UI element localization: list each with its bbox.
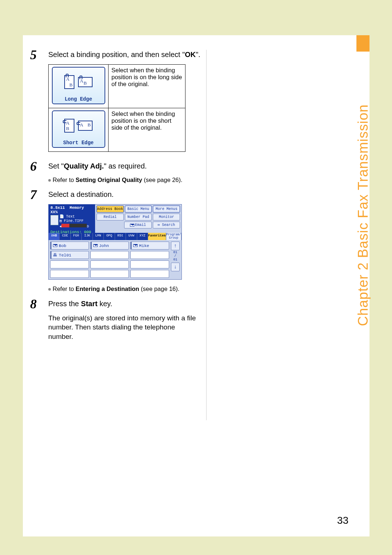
step-number: 6 xyxy=(30,160,48,173)
destination-entry-empty[interactable] xyxy=(90,260,129,268)
lcd-status-pane: 8.5x11 Memory XX% 📄 Text ▤ Fine.TIFF ◄D … xyxy=(49,204,95,233)
fax-icon: 🖷 xyxy=(53,253,57,258)
short-edge-icon: AB AB xyxy=(53,115,105,137)
fax-lcd-screenshot: 8.5x11 Memory XX% 📄 Text ▤ Fine.TIFF ◄D … xyxy=(48,204,182,280)
step-6-text: Set "Quality Adj." as required. xyxy=(48,160,201,171)
step-number: 5 xyxy=(30,48,48,61)
binding-option-table: AB AB Long Edge Select when the binding … xyxy=(48,64,185,152)
step-8-description: The original(s) are stored into memory w… xyxy=(48,313,201,341)
chapter-side-label: Chapter 2 Basic Fax Transmission xyxy=(355,55,371,375)
program-group-tab[interactable]: Program/ Group xyxy=(166,233,181,240)
step-5-text: Select a binding position, and then sele… xyxy=(48,48,201,60)
chapter-tab-stub xyxy=(356,35,369,52)
destination-entry-empty[interactable] xyxy=(90,270,129,278)
redial-button[interactable]: Redial xyxy=(97,214,124,220)
alpha-tab[interactable]: XYZ xyxy=(137,233,148,240)
destination-entry-empty[interactable] xyxy=(50,260,89,268)
tab-address-book[interactable]: Address Book xyxy=(97,206,124,212)
scroll-down-button[interactable]: ↓ xyxy=(171,263,180,271)
step-6: 6 Set "Quality Adj." as required. xyxy=(30,160,201,173)
search-icon: ∞ xyxy=(158,223,160,227)
long-edge-label: Long Edge xyxy=(53,96,105,102)
alpha-tab[interactable]: LMN xyxy=(93,233,104,240)
step-6-note: Refer to Setting Original Quality (see p… xyxy=(48,176,201,184)
chapter-side-label-text: Chapter 2 Basic Fax Transmission xyxy=(355,104,371,326)
destination-entry[interactable]: Mike xyxy=(130,242,169,250)
destinations-count: Destinations: 000 xyxy=(50,230,93,234)
monitor-button[interactable]: Monitor xyxy=(153,214,180,220)
long-edge-button[interactable]: AB AB Long Edge xyxy=(52,67,105,104)
long-edge-icon: AB AB xyxy=(53,71,105,93)
step-7-note: Refer to Entering a Destination (see pag… xyxy=(48,285,201,293)
destination-entry-empty[interactable] xyxy=(50,270,89,278)
destination-entry[interactable]: Bob xyxy=(50,242,89,250)
column-divider xyxy=(206,50,207,420)
destination-entry-empty[interactable] xyxy=(130,270,169,278)
step-number: 8 xyxy=(30,297,48,311)
search-button[interactable]: ∞ Search xyxy=(153,222,180,228)
document-icon xyxy=(50,215,58,225)
step-7: 7 Select a destination. xyxy=(30,188,201,201)
arrow-down-icon: ↓ xyxy=(174,264,177,270)
destination-entry-empty[interactable] xyxy=(90,251,129,259)
long-edge-description: Select when the binding position is on t… xyxy=(109,65,185,108)
step-number: 7 xyxy=(30,188,48,201)
step-8-text: Press the Start key. xyxy=(48,297,201,309)
arrow-up-icon: ↑ xyxy=(174,243,177,249)
destination-entry[interactable]: 🖷Tel01 xyxy=(50,251,89,259)
mail-icon xyxy=(93,244,98,247)
content-column: 5 Select a binding position, and then se… xyxy=(30,48,201,341)
manual-page: Chapter 2 Basic Fax Transmission 5 Selec… xyxy=(23,35,369,536)
email-button[interactable]: Email xyxy=(124,222,151,228)
alpha-tab[interactable]: RSt xyxy=(115,233,126,240)
short-edge-label: Short Edge xyxy=(53,140,105,146)
memory-gauge-icon xyxy=(61,224,87,227)
bullet-icon xyxy=(48,179,51,182)
short-edge-description: Select when the binding position is on t… xyxy=(109,108,185,152)
mail-icon xyxy=(53,244,57,247)
step-7-text: Select a destination. xyxy=(48,188,201,199)
page-number: 33 xyxy=(337,515,348,526)
scroll-up-button[interactable]: ↑ xyxy=(171,242,180,250)
bullet-icon xyxy=(48,288,51,291)
short-edge-button[interactable]: AB AB Short Edge xyxy=(52,110,105,148)
favorites-tab[interactable]: Favorites xyxy=(148,233,166,240)
alpha-tab[interactable]: OPQ xyxy=(104,233,115,240)
destination-entry-empty[interactable] xyxy=(130,260,169,268)
mail-icon xyxy=(130,224,134,227)
scroll-position: 01 / 01 xyxy=(173,251,177,262)
alpha-tab[interactable]: UVW xyxy=(126,233,137,240)
destination-entry-empty[interactable] xyxy=(130,251,169,259)
step-5: 5 Select a binding position, and then se… xyxy=(30,48,201,61)
mail-icon xyxy=(133,244,138,247)
step-8: 8 Press the Start key. xyxy=(30,297,201,311)
destination-entry[interactable]: John xyxy=(90,242,129,250)
tab-basic-menu[interactable]: Basic Menu xyxy=(125,206,152,212)
number-pad-button[interactable]: Number Pad xyxy=(125,214,152,220)
tab-more-menus[interactable]: More Menus xyxy=(153,206,180,212)
